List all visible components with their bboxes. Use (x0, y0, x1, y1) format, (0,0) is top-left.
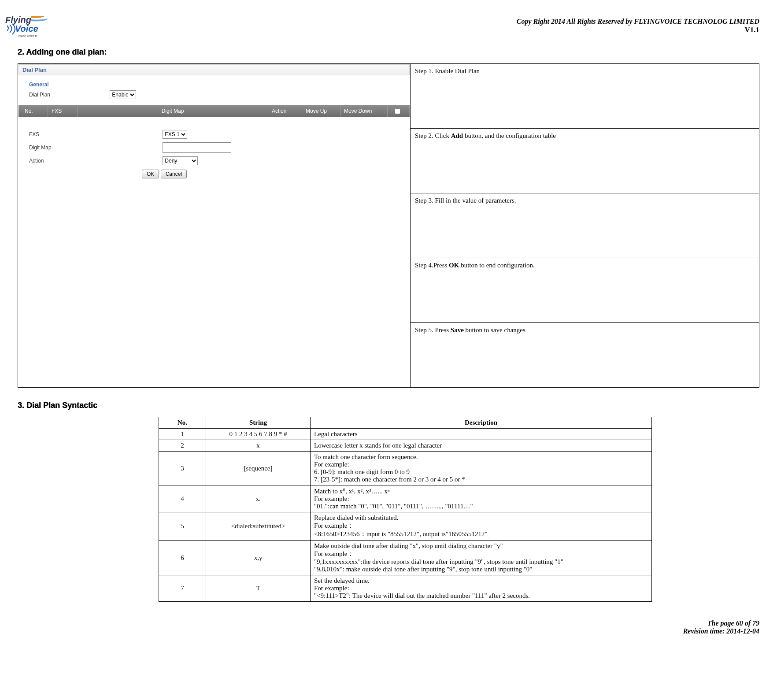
grid-col-move-up: Move Up (302, 105, 340, 117)
cancel-button[interactable]: Cancel (161, 170, 187, 178)
grid-col-action: Action (268, 105, 302, 117)
version-text: V1.1 (18, 26, 759, 34)
table-row: 3 [sequence] To match one character form… (159, 452, 652, 485)
table-row: 7 T Set the delayed time. For example: "… (159, 575, 652, 602)
fxs-select[interactable]: FXS 1 (163, 130, 187, 139)
dial-plan-label: Dial Plan (29, 92, 108, 98)
ok-button[interactable]: OK (142, 170, 159, 178)
dial-plan-select[interactable]: Enable (110, 90, 136, 99)
adding-dial-plan-table: Dial Plan General Dial Plan Enable No. F… (18, 63, 759, 388)
grid-col-digit-map: Digit Map (78, 105, 268, 117)
table-row: 6 x,y Make outside dial tone after diali… (159, 541, 652, 575)
svg-text:Voice: Voice (15, 24, 38, 33)
step-1: Step 1. Enable Dial Plan (411, 64, 759, 128)
svg-text:Voice over IP: Voice over IP (18, 34, 38, 38)
logo: Flying Voice Voice over IP (4, 13, 53, 40)
step-2: Step 2. Click Add button, and the config… (411, 129, 759, 193)
step-3: Step 3. Fill in the value of parameters. (411, 193, 759, 258)
syn-header-string: String (206, 417, 311, 429)
section-2-title: 2. Adding one dial plan: (18, 48, 759, 57)
table-row: 1 0 1 2 3 4 5 6 7 8 9 * # Legal characte… (159, 429, 652, 440)
grid-col-fxs: FXS (48, 105, 78, 117)
section-3-title: 3. Dial Plan Syntactic (18, 401, 759, 410)
grid-col-move-down: Move Down (340, 105, 388, 117)
panel-title: Dial Plan (18, 64, 410, 75)
digit-map-input[interactable] (163, 142, 231, 153)
syntactic-table: No. String Description 1 0 1 2 3 4 5 6 7… (159, 417, 652, 602)
table-row: 4 x. Match to x⁰, x¹, x², x³…... xⁿ For … (159, 485, 652, 512)
step-5: Step 5. Press Save button to save change… (411, 323, 759, 387)
action-label: Action (29, 158, 161, 164)
grid-select-all[interactable] (395, 108, 400, 114)
grid-col-check (388, 105, 407, 117)
table-row: 2 x Lowercase letter x stands for one le… (159, 440, 652, 452)
footer-page: The page 60 of 79 (18, 619, 759, 627)
grid-col-no: No. (21, 105, 48, 117)
svg-text:Flying: Flying (5, 15, 31, 25)
fxs-label: FXS (29, 131, 161, 137)
general-label: General (29, 81, 410, 88)
digit-map-label: Digit Map (29, 144, 161, 151)
step-4: Step 4.Press OK button to end configurat… (411, 258, 759, 322)
action-select[interactable]: Deny (163, 156, 198, 165)
dial-plan-ui: Dial Plan General Dial Plan Enable No. F… (18, 64, 410, 181)
grid-header: No. FXS Digit Map Action Move Up Move Do… (18, 105, 410, 117)
copyright-text: Copy Right 2014 All Rights Reserved by F… (18, 18, 759, 26)
footer-revision: Revision time: 2014-12-04 (18, 627, 759, 635)
syn-header-no: No. (159, 417, 206, 429)
table-row: 5 <dialed:substituted> Replace dialed wi… (159, 512, 652, 541)
syn-header-desc: Description (311, 417, 652, 429)
